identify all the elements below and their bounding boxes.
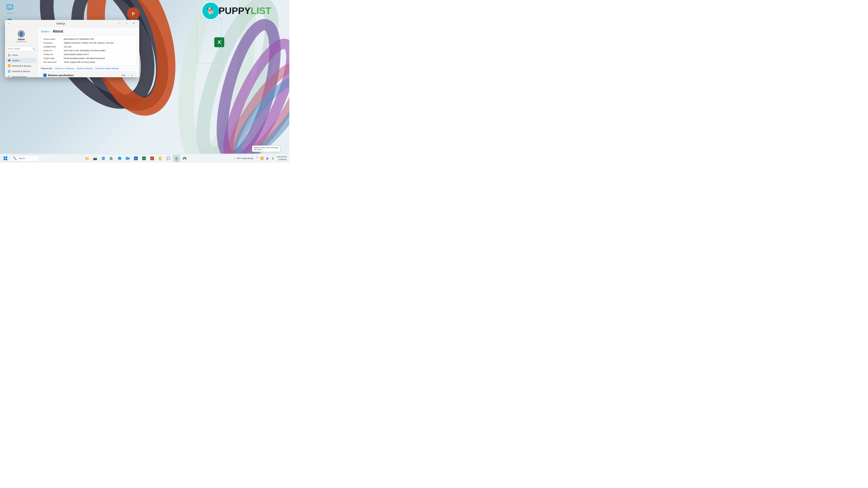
sidebar-bluetooth-label: Bluetooth & devices bbox=[12, 65, 31, 67]
desktop: P X W This PC bbox=[0, 0, 289, 163]
battery-tray-icon[interactable]: 🔋 bbox=[271, 156, 275, 160]
minimize-button[interactable]: ─ bbox=[116, 21, 123, 26]
system-tray: ⌃ 📶 🔊 🔋 bbox=[256, 156, 275, 160]
this-pc-icon[interactable]: This PC bbox=[2, 2, 17, 15]
breadcrumb-chevron: › bbox=[51, 30, 51, 33]
about-page-title: About bbox=[53, 29, 63, 33]
advanced-settings-link[interactable]: Advanced system settings bbox=[95, 67, 119, 70]
taskbar: 🔍 Search 📷 bbox=[0, 154, 289, 163]
taskbar-app-teams[interactable]: 💬 bbox=[165, 155, 172, 162]
taskbar-start: 🔍 Search bbox=[0, 155, 41, 162]
sidebar-item-system[interactable]: 💻 System bbox=[6, 58, 37, 63]
settings-body: 👤 Admin Local Account 🔍 🏠 Home 💻 System bbox=[5, 27, 139, 77]
battery-status-text: Battery status: 98% remaining bbox=[254, 147, 278, 149]
svg-rect-37 bbox=[85, 158, 87, 158]
weather-temp: 89°F bbox=[237, 157, 241, 160]
start-button[interactable] bbox=[2, 155, 9, 162]
user-profile[interactable]: 👤 Admin Local Account bbox=[5, 29, 37, 44]
svg-text:W: W bbox=[135, 158, 137, 160]
settings-search-input[interactable] bbox=[6, 46, 36, 51]
network-tray-icon[interactable]: 📶 bbox=[260, 156, 264, 160]
close-button[interactable]: ✕ bbox=[130, 21, 137, 26]
svg-point-39 bbox=[102, 157, 105, 160]
svg-text:X: X bbox=[143, 158, 145, 160]
this-pc-image bbox=[6, 3, 14, 11]
puppy-text-black: PUPPY bbox=[219, 5, 251, 16]
chevron-tray-icon[interactable]: ⌃ bbox=[256, 156, 259, 160]
back-button[interactable]: ← bbox=[7, 21, 11, 26]
settings-window: ← Settings ─ □ ✕ 👤 Admin Local Account bbox=[5, 20, 139, 77]
maximize-button[interactable]: □ bbox=[123, 21, 130, 26]
battery-tooltip: Battery status: 98% remaining 6h 44min bbox=[252, 145, 280, 152]
taskbar-app-store[interactable]: 🛍️ bbox=[108, 155, 115, 162]
this-pc-label: This PC bbox=[6, 12, 13, 14]
taskbar-app-settings[interactable]: ⚙️ bbox=[173, 155, 180, 162]
processor-value: Intel(R) Core(TM) i7-4500U CPU @ 1.80GHz… bbox=[64, 42, 114, 44]
system-breadcrumb-link[interactable]: System bbox=[41, 30, 49, 33]
taskbar-app-camera[interactable]: 📷 bbox=[92, 155, 99, 162]
windows-logo-grid bbox=[44, 75, 46, 76]
taskbar-app-copilot[interactable] bbox=[100, 155, 107, 162]
volume-tray-icon[interactable]: 🔊 bbox=[266, 156, 270, 160]
svg-point-7 bbox=[211, 20, 286, 154]
taskbar-search-bar[interactable]: 🔍 Search bbox=[10, 155, 39, 162]
copy-button[interactable]: Copy bbox=[119, 73, 128, 77]
system-protection-link[interactable]: System protection bbox=[76, 67, 93, 70]
product-id-value: 00330-80000-00000-AA077 bbox=[64, 53, 89, 56]
taskbar-app-excel[interactable]: X bbox=[141, 155, 148, 162]
device-name-label: Device name bbox=[43, 38, 64, 40]
domain-workgroup-link[interactable]: Domain or workgroup bbox=[55, 67, 74, 70]
settings-sidebar: 👤 Admin Local Account 🔍 🏠 Home 💻 System bbox=[5, 27, 38, 77]
battery-time-text: 6h 44min bbox=[254, 149, 278, 151]
svg-rect-22 bbox=[8, 19, 11, 20]
taskbar-app-powerpoint[interactable]: P bbox=[149, 155, 156, 162]
taskbar-app-word[interactable]: W bbox=[132, 155, 140, 162]
device-info-table: Device name Dell-Inspiron-15-7000Series-… bbox=[41, 36, 136, 66]
svg-point-9 bbox=[221, 58, 289, 154]
sidebar-item-network[interactable]: 🌐 Network & internet bbox=[6, 69, 37, 74]
sidebar-item-bluetooth[interactable]: 📶 Bluetooth & devices bbox=[6, 63, 37, 68]
system-type-value: 64-bit operating system, x64-based proce… bbox=[64, 57, 105, 59]
system-clock[interactable]: 4:35:39 PM 11/6/2024 bbox=[276, 155, 287, 161]
svg-point-3 bbox=[127, 7, 140, 20]
ram-label: Installed RAM bbox=[43, 46, 64, 48]
device-id-row: Device ID 8157A391-CC0F-4C5B-B0C4-4C79A5… bbox=[43, 49, 133, 53]
weather-icon: 🌤️ bbox=[234, 157, 236, 160]
home-icon: 🏠 bbox=[8, 53, 11, 57]
specs-header-left: Windows specifications bbox=[43, 74, 73, 77]
taskbar-search-text: Search bbox=[18, 157, 25, 160]
svg-rect-32 bbox=[4, 157, 5, 158]
taskbar-app-file-explorer[interactable] bbox=[84, 155, 91, 162]
network-icon: 🌐 bbox=[8, 70, 11, 73]
taskbar-app-edge[interactable] bbox=[116, 155, 123, 162]
system-type-row: System type 64-bit operating system, x64… bbox=[43, 57, 133, 60]
window-titlebar: ← Settings ─ □ ✕ bbox=[5, 20, 139, 27]
puppy-logo: 🐕 PUPPYLIST bbox=[202, 2, 271, 20]
device-name-value: Dell-Inspiron-15-7000Series-7537 bbox=[64, 38, 94, 40]
svg-text:X: X bbox=[218, 39, 221, 45]
specs-header: Windows specifications Copy ∧ bbox=[41, 72, 136, 77]
puppy-logo-circle: 🐕 bbox=[202, 2, 220, 20]
svg-point-10 bbox=[228, 70, 289, 154]
sidebar-system-label: System bbox=[12, 59, 20, 62]
collapse-button[interactable]: ∧ bbox=[129, 73, 133, 77]
taskbar-app-discord[interactable]: 🎮 bbox=[181, 155, 188, 162]
weather-condition: Mostly cloudy bbox=[242, 157, 253, 160]
svg-point-6 bbox=[189, 0, 285, 154]
system-type-label: System type bbox=[43, 57, 64, 59]
taskbar-app-outlook[interactable] bbox=[124, 155, 131, 162]
device-id-value: 8157A391-CC0F-4C5B-B0C4-4C79A5AA39F1 bbox=[64, 50, 106, 52]
sidebar-item-personalization[interactable]: ✏️ Personalization bbox=[6, 74, 37, 77]
window-controls: ─ □ ✕ bbox=[116, 21, 137, 26]
svg-rect-42 bbox=[128, 158, 129, 160]
weather-info[interactable]: 🌤️ 89°F Mostly cloudy bbox=[232, 157, 255, 160]
taskbar-search-icon: 🔍 bbox=[12, 156, 17, 160]
clock-time: 4:35:39 PM bbox=[277, 156, 287, 158]
sidebar-network-label: Network & internet bbox=[12, 70, 30, 72]
specs-section-title: Windows specifications bbox=[48, 74, 73, 76]
clock-date: 11/6/2024 bbox=[277, 158, 287, 161]
personalization-icon: ✏️ bbox=[8, 75, 11, 77]
bluetooth-icon: 📶 bbox=[8, 64, 11, 67]
sidebar-item-home[interactable]: 🏠 Home bbox=[6, 53, 37, 57]
taskbar-app-onenote[interactable]: 📒 bbox=[157, 155, 164, 162]
